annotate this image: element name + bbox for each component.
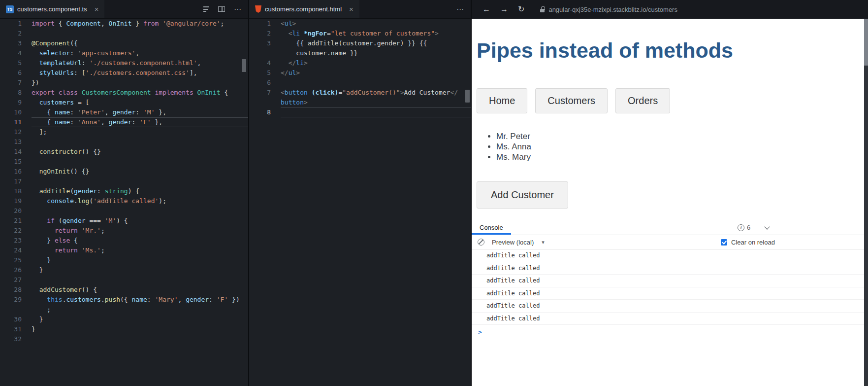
code-line-text: } xyxy=(32,255,248,265)
code-line-text: }) xyxy=(32,78,248,88)
code-token: ( xyxy=(55,217,63,224)
customer-list-item: Ms. Mary xyxy=(496,152,864,162)
console-message: addTitle called xyxy=(472,300,864,313)
close-tab-icon[interactable]: × xyxy=(349,5,354,13)
code-token: Component xyxy=(66,20,100,27)
line-number: 11 xyxy=(0,117,22,127)
code-token xyxy=(32,99,39,106)
split-editor-icon[interactable] xyxy=(218,6,225,12)
reload-icon[interactable]: ↻ xyxy=(518,5,524,13)
line-number: 32 xyxy=(0,334,22,344)
code-token: 'Mr.' xyxy=(82,227,101,234)
code-token xyxy=(308,89,312,96)
code-token: ) { xyxy=(116,217,128,224)
code-editor-ts[interactable]: 1import { Component, OnInit } from '@ang… xyxy=(0,19,248,386)
nav-button-orders[interactable]: Orders xyxy=(615,88,670,113)
code-line: 20 xyxy=(0,206,248,216)
nav-button-customers[interactable]: Customers xyxy=(535,88,608,113)
console-prompt[interactable]: > xyxy=(472,325,864,339)
code-token: { xyxy=(221,89,228,96)
code-line: 1<ul> xyxy=(249,19,471,29)
code-token: > xyxy=(296,69,300,76)
preview-scrollbar-thumb[interactable] xyxy=(864,19,868,66)
clear-console-icon[interactable] xyxy=(478,239,484,246)
code-token: ; xyxy=(101,227,105,234)
code-line-text: } xyxy=(32,315,248,324)
editor-actions: ⋯ xyxy=(456,0,471,18)
tab-customers-component-html[interactable]: customers.component.html × xyxy=(249,0,359,18)
code-token: button xyxy=(281,99,304,106)
code-token: name xyxy=(55,108,70,116)
code-line: 28 addCustomer() { xyxy=(0,285,248,295)
code-token: ({ xyxy=(120,296,131,303)
code-line: 14 constructor() {} xyxy=(0,147,248,157)
line-number: 1 xyxy=(249,19,271,29)
code-token: } xyxy=(132,20,143,27)
code-token: } xyxy=(32,316,43,323)
code-line: 25 } xyxy=(0,255,248,265)
code-token: 'Anna' xyxy=(78,118,101,126)
browser-toolbar: ← → ↻ angular-qxj35e-mzixpi.stackblitz.i… xyxy=(472,0,868,19)
code-line: 10 { name: 'Peter', gender: 'M' }, xyxy=(0,107,248,117)
code-line: 12 ]; xyxy=(0,127,248,137)
code-line: 15 xyxy=(0,157,248,167)
line-number: 25 xyxy=(0,255,22,265)
console-panel: Console i 6 Preview (local) ▾ Clear on r… xyxy=(472,220,864,386)
nav-button-home[interactable]: Home xyxy=(477,88,527,113)
code-line: 5</ul> xyxy=(249,68,471,78)
code-line: 13 xyxy=(0,137,248,147)
clear-on-reload-toggle[interactable]: Clear on reload xyxy=(721,239,775,246)
format-code-icon[interactable] xyxy=(203,5,209,13)
editor-scrollbar-thumb[interactable] xyxy=(465,90,470,103)
code-token: > xyxy=(435,30,439,37)
context-selector-dropdown[interactable]: Preview (local) ▾ xyxy=(492,239,545,246)
line-number: 4 xyxy=(0,48,22,58)
code-token: export xyxy=(32,89,55,96)
tab-customers-component-ts[interactable]: TS customers.component.ts × xyxy=(0,0,104,18)
code-token: "let customer of customers" xyxy=(331,30,435,37)
code-line-text xyxy=(32,29,248,38)
line-number: 28 xyxy=(0,285,22,295)
preview-scrollbar[interactable] xyxy=(864,19,868,386)
code-line-text: ngOnInit() {} xyxy=(32,167,248,176)
add-customer-button[interactable]: Add Customer xyxy=(477,181,568,209)
editor-scrollbar-thumb[interactable] xyxy=(242,59,246,72)
code-line-text: if (gender === 'M') { xyxy=(32,216,248,226)
code-editor-html[interactable]: 1<ul>2 <li *ngFor="let customer of custo… xyxy=(249,19,471,386)
code-line: 24 return 'Ms.'; xyxy=(0,246,248,255)
code-line: 9 customers = [ xyxy=(0,98,248,107)
back-icon[interactable]: ← xyxy=(482,5,490,13)
code-line-text: } else { xyxy=(32,236,248,246)
code-line-text: customer.name }} xyxy=(281,48,471,58)
console-tab[interactable]: Console xyxy=(472,220,511,235)
code-token: 'F' xyxy=(217,296,228,303)
preview-pane: ← → ↻ angular-qxj35e-mzixpi.stackblitz.i… xyxy=(472,0,868,386)
chevron-down-icon[interactable] xyxy=(765,224,770,229)
line-number: 23 xyxy=(0,236,22,246)
code-token xyxy=(32,197,47,205)
more-actions-icon[interactable]: ⋯ xyxy=(234,5,241,13)
url-text: angular-qxj35e-mzixpi.stackblitz.io/cust… xyxy=(548,6,677,13)
line-number: 27 xyxy=(0,275,22,285)
line-number: 22 xyxy=(0,226,22,236)
code-token: , xyxy=(135,49,139,57)
console-message: addTitle called xyxy=(472,262,864,275)
code-token xyxy=(159,20,162,27)
code-line: 8 xyxy=(249,107,471,117)
code-token: ]; xyxy=(32,128,47,136)
code-token: , xyxy=(197,59,201,67)
close-tab-icon[interactable]: × xyxy=(95,5,99,13)
address-bar[interactable]: angular-qxj35e-mzixpi.stackblitz.io/cust… xyxy=(540,6,677,13)
code-token: gender xyxy=(186,296,209,303)
code-line-text xyxy=(32,137,248,147)
code-line-text: } xyxy=(32,324,248,334)
forward-icon[interactable]: → xyxy=(500,5,508,13)
code-token: ) { xyxy=(128,187,139,195)
more-actions-icon[interactable]: ⋯ xyxy=(456,5,464,13)
code-token: } xyxy=(32,266,43,274)
line-number: 8 xyxy=(0,88,22,98)
checkbox-checked-icon[interactable] xyxy=(721,239,727,246)
customer-list-item: Mr. Peter xyxy=(496,132,864,141)
info-icon: i xyxy=(738,224,744,231)
line-number xyxy=(249,98,271,107)
